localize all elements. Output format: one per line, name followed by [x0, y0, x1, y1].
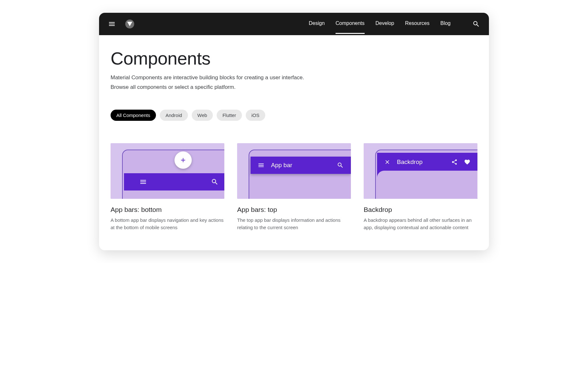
card-app-bars-bottom[interactable]: App bars: bottom A bottom app bar displa… [111, 143, 224, 231]
menu-button[interactable] [107, 19, 117, 29]
thumb-bottom-bar [124, 173, 224, 190]
card-title: App bars: top [237, 206, 351, 214]
card-description: A backdrop appears behind all other surf… [364, 217, 477, 231]
card-title: Backdrop [364, 206, 477, 214]
thumb-top-bar: App bar [251, 157, 351, 174]
thumb-bar-label: Backdrop [397, 159, 422, 166]
logo-icon [125, 19, 134, 28]
page-title: Components [111, 48, 477, 69]
menu-icon [258, 162, 265, 169]
thumb-bar-label: App bar [271, 162, 292, 169]
material-logo[interactable] [125, 19, 135, 29]
search-button[interactable] [471, 19, 481, 29]
card-app-bars-top[interactable]: App bar App bars: top The top app bar di… [237, 143, 351, 231]
card-thumbnail: App bar [237, 143, 351, 199]
search-icon [472, 20, 480, 28]
top-app-bar: Design Components Develop Resources Blog [99, 13, 489, 35]
chip-all-components[interactable]: All Components [111, 110, 156, 121]
filter-chips: All Components Android Web Flutter iOS [111, 110, 477, 121]
nav-link-blog[interactable]: Blog [440, 20, 451, 27]
app-window: Design Components Develop Resources Blog… [99, 13, 489, 250]
nav-link-components[interactable]: Components [336, 20, 365, 27]
fab [174, 151, 192, 169]
card-description: The top app bar displays information and… [237, 217, 351, 231]
chip-android[interactable]: Android [160, 110, 188, 121]
primary-nav: Design Components Develop Resources Blog [309, 20, 451, 27]
search-icon [211, 178, 219, 186]
close-icon [384, 159, 391, 165]
card-backdrop[interactable]: Backdrop Backdrop A backdrop appears beh… [364, 143, 477, 231]
chip-web[interactable]: Web [192, 110, 213, 121]
card-title: App bars: bottom [111, 206, 224, 214]
nav-link-develop[interactable]: Develop [375, 20, 394, 27]
thumb-backdrop-bar: Backdrop [377, 153, 477, 171]
intro-text-2: Browse all components or select a specif… [111, 84, 477, 90]
heart-icon [464, 159, 470, 165]
nav-link-design[interactable]: Design [309, 20, 325, 27]
plus-icon [180, 157, 187, 164]
search-icon [337, 162, 344, 169]
intro-text-1: Material Components are interactive buil… [111, 74, 477, 81]
card-thumbnail: Backdrop [364, 143, 477, 199]
card-thumbnail [111, 143, 224, 199]
nav-link-resources[interactable]: Resources [405, 20, 429, 27]
main-content: Components Material Components are inter… [99, 35, 489, 250]
menu-icon [139, 178, 147, 186]
chip-flutter[interactable]: Flutter [217, 110, 242, 121]
share-icon [451, 159, 458, 165]
component-grid: App bars: bottom A bottom app bar displa… [111, 143, 477, 231]
card-description: A bottom app bar displays navigation and… [111, 217, 224, 231]
chip-ios[interactable]: iOS [246, 110, 265, 121]
menu-icon [108, 20, 116, 28]
